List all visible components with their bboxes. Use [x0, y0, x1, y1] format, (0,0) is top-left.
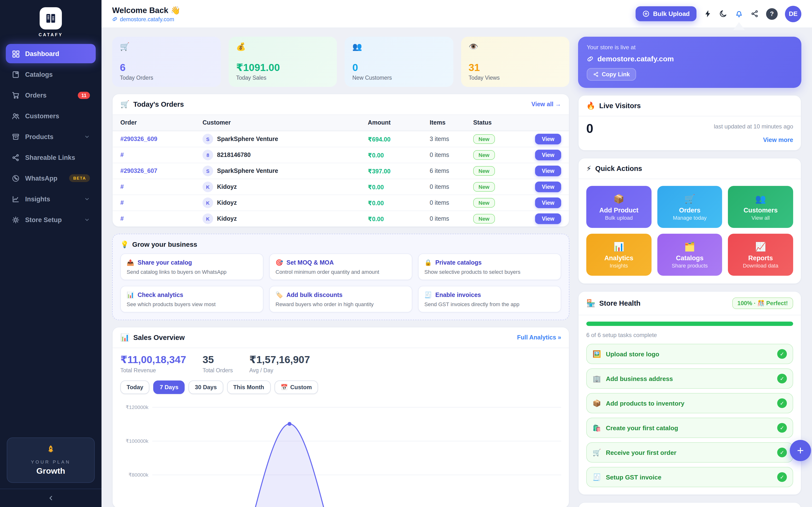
notifications-button[interactable]	[735, 9, 743, 18]
stat-card-new-customers[interactable]: 👥 0 New Customers	[345, 37, 453, 87]
filter-today[interactable]: Today	[120, 381, 150, 394]
sidebar-item-store-setup[interactable]: Store Setup	[6, 210, 96, 229]
tile-title: Analytics	[604, 254, 633, 262]
store-emoji-icon: 🏪	[586, 299, 595, 307]
task-create-first-catalog[interactable]: 🛍️ Create your first catalog ✓	[586, 418, 793, 438]
task-label: Create your first catalog	[606, 424, 678, 432]
grow-card-share-catalog[interactable]: 📤Share your catalog Send catalog links t…	[120, 253, 263, 280]
grow-card-check-analytics[interactable]: 📊Check analytics See which products buye…	[120, 286, 263, 313]
grow-grid: 📤Share your catalog Send catalog links t…	[120, 253, 561, 313]
copy-link-button[interactable]: Copy Link	[587, 68, 636, 80]
grow-card-title: Check analytics	[138, 291, 183, 298]
order-id-link[interactable]: #290326_607	[120, 168, 203, 174]
plan-card[interactable]: YOUR PLAN Growth	[7, 438, 95, 483]
grow-card-enable-invoices[interactable]: 🧾Enable invoices Send GST invoices direc…	[418, 286, 561, 313]
store-health-header: 🏪 Store Health 100% · 🎊 Perfect!	[578, 292, 801, 315]
grow-card-desc: Reward buyers who order in high quantity	[275, 301, 406, 307]
view-order-button[interactable]: View	[535, 181, 561, 192]
sidebar-item-label: Shareable Links	[25, 154, 75, 161]
task-receive-first-order[interactable]: 🛒 Receive your first order ✓	[586, 442, 793, 463]
grow-card-title: Set MOQ & MOA	[286, 259, 334, 266]
quick-actions-header: ⚡ Quick Actions	[578, 158, 801, 179]
task-upload-store-logo[interactable]: 🖼️ Upload store logo ✓	[586, 344, 793, 364]
store-link[interactable]: demostore.catafy.com	[112, 16, 181, 22]
grow-card-bulk-discounts[interactable]: 🏷️Add bulk discounts Reward buyers who o…	[269, 286, 412, 313]
order-amount: ₹0.00	[368, 199, 430, 207]
share-button[interactable]	[751, 10, 759, 18]
store-link-text: demostore.catafy.com	[120, 16, 174, 22]
stat-card-today-sales[interactable]: 💰 ₹1091.00 Today Sales	[229, 37, 337, 87]
label-emoji-icon: 🏷️	[275, 291, 283, 298]
user-avatar[interactable]: DE	[785, 6, 801, 22]
quick-action-customers[interactable]: 👥 Customers View all	[728, 186, 793, 228]
filter-30-days[interactable]: 30 Days	[189, 381, 223, 394]
check-circle-icon: ✓	[777, 398, 787, 408]
tile-title: Add Product	[599, 207, 639, 214]
orders-table-header: Order Customer Amount Items Status	[113, 114, 569, 131]
filter-custom[interactable]: 📅 Custom	[274, 381, 318, 394]
filter-this-month[interactable]: This Month	[227, 381, 270, 394]
tile-subtitle: Insights	[610, 263, 628, 268]
stat-card-today-orders[interactable]: 🛒 6 Today Orders	[112, 37, 221, 87]
chart-emoji-icon: 📊	[126, 291, 134, 298]
sidebar-item-whatsapp[interactable]: WhatsApp BETA	[6, 169, 96, 188]
view-order-button[interactable]: View	[535, 150, 561, 160]
grow-card-set-moq[interactable]: 🎯Set MOQ & MOA Control minimum order qua…	[269, 253, 412, 280]
task-setup-gst-invoice[interactable]: 🧾 Setup GST invoice ✓	[586, 467, 793, 487]
view-order-button[interactable]: View	[535, 166, 561, 176]
sidebar-item-label: Products	[25, 133, 53, 140]
sidebar-item-insights[interactable]: Insights	[6, 189, 96, 209]
order-items: 0 items	[430, 200, 473, 206]
revenue-area-chart	[120, 402, 562, 507]
stat-card-today-views[interactable]: 👁️ 31 Today Views	[461, 37, 569, 87]
view-order-button[interactable]: View	[535, 213, 561, 224]
quick-action-orders[interactable]: 🛒 Orders Manage today	[657, 186, 722, 228]
bulk-upload-button[interactable]: Bulk Upload	[636, 6, 697, 21]
quick-action-reports[interactable]: 📈 Reports Download data	[728, 234, 793, 276]
order-id-link[interactable]: #	[120, 152, 203, 158]
grow-card-private-catalogs[interactable]: 🔒Private catalogs Show selective product…	[418, 253, 561, 280]
moon-icon	[719, 10, 727, 18]
quick-action-analytics[interactable]: 📊 Analytics Insights	[586, 234, 651, 276]
topbar: Welcome Back 👋 demostore.catafy.com Bulk…	[101, 0, 812, 28]
filter-7-days[interactable]: 7 Days	[153, 381, 185, 394]
dark-mode-toggle[interactable]	[719, 10, 727, 18]
task-add-products[interactable]: 📦 Add products to inventory ✓	[586, 393, 793, 413]
order-id-link[interactable]: #	[120, 215, 203, 222]
task-add-business-address[interactable]: 🏢 Add business address ✓	[586, 369, 793, 389]
dividers-emoji-icon: 🗂️	[684, 241, 695, 252]
order-id-link[interactable]: #290326_609	[120, 136, 203, 143]
view-all-orders-link[interactable]: View all →	[531, 101, 561, 108]
fab-add-button[interactable]: +	[790, 440, 811, 461]
total-orders-label: Total Orders	[203, 368, 233, 373]
cart-icon	[12, 91, 20, 99]
filter-custom-label: Custom	[290, 384, 312, 391]
sidebar-item-products[interactable]: Products	[6, 127, 96, 146]
order-id-link[interactable]: #	[120, 200, 203, 206]
status-badge: New	[473, 182, 495, 192]
plus-circle-icon	[642, 10, 650, 17]
sidebar-item-customers[interactable]: Customers	[6, 106, 96, 125]
order-id-link[interactable]: #	[120, 183, 203, 190]
sidebar-item-dashboard[interactable]: Dashboard	[6, 44, 96, 63]
view-more-link[interactable]: View more	[763, 137, 793, 144]
quick-actions-button[interactable]	[704, 10, 712, 18]
help-button[interactable]: ?	[766, 8, 778, 19]
sidebar-item-catalogs[interactable]: Catalogs	[6, 65, 96, 84]
sidebar-item-orders[interactable]: Orders 11	[6, 86, 96, 105]
quick-action-catalogs[interactable]: 🗂️ Catalogs Share products	[657, 234, 722, 276]
full-analytics-link[interactable]: Full Analytics »	[517, 334, 561, 341]
cart-emoji-icon: 🛒	[120, 100, 129, 109]
cart-emoji-icon: 🛒	[593, 449, 601, 456]
store-url-link[interactable]: demostore.catafy.com	[587, 55, 793, 63]
chevron-down-icon	[84, 134, 90, 139]
setup-progress-text: 6 of 6 setup tasks complete	[586, 332, 793, 338]
quick-action-add-product[interactable]: 📦 Add Product Bulk upload	[586, 186, 651, 228]
catafy-logo-icon[interactable]	[40, 7, 62, 30]
sidebar-collapse-button[interactable]	[0, 489, 101, 507]
sidebar-item-shareable-links[interactable]: Shareable Links	[6, 148, 96, 167]
view-order-button[interactable]: View	[535, 198, 561, 208]
view-order-button[interactable]: View	[535, 134, 561, 145]
order-amount: ₹0.00	[368, 183, 430, 190]
avg-day-value: ₹1,57,16,907	[249, 354, 310, 365]
